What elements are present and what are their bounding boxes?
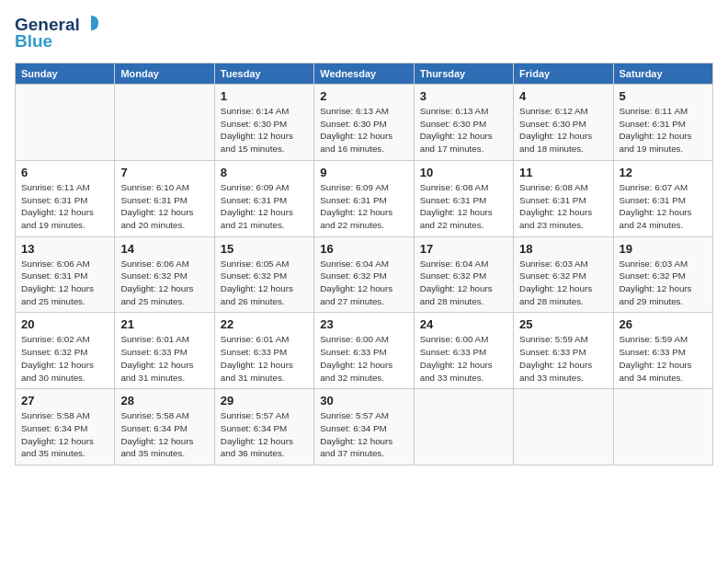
calendar-cell: 14Sunrise: 6:06 AM Sunset: 6:32 PM Dayli… [115,236,214,313]
day-detail: Sunrise: 6:06 AM Sunset: 6:32 PM Dayligh… [120,259,193,306]
calendar-cell: 3Sunrise: 6:13 AM Sunset: 6:30 PM Daylig… [414,85,513,161]
calendar-cell: 12Sunrise: 6:07 AM Sunset: 6:31 PM Dayli… [613,160,712,236]
day-detail: Sunrise: 6:12 AM Sunset: 6:30 PM Dayligh… [519,106,592,154]
calendar-week-row: 20Sunrise: 6:02 AM Sunset: 6:32 PM Dayli… [16,313,713,389]
day-number: 18 [519,242,607,256]
day-number: 19 [620,242,707,256]
calendar-cell: 2Sunrise: 6:13 AM Sunset: 6:30 PM Daylig… [314,85,414,161]
col-header-monday: Monday [115,63,214,85]
day-detail: Sunrise: 6:03 AM Sunset: 6:32 PM Dayligh… [620,259,692,306]
calendar-cell [514,389,613,465]
calendar-cell: 21Sunrise: 6:01 AM Sunset: 6:33 PM Dayli… [115,313,214,389]
day-number: 10 [420,166,507,179]
day-detail: Sunrise: 5:57 AM Sunset: 6:34 PM Dayligh… [221,410,293,458]
calendar-cell: 6Sunrise: 6:11 AM Sunset: 6:31 PM Daylig… [16,160,115,236]
calendar-table: SundayMondayTuesdayWednesdayThursdayFrid… [15,63,713,465]
calendar-cell: 24Sunrise: 6:00 AM Sunset: 6:33 PM Dayli… [414,313,513,389]
logo: General Blue [15,15,100,52]
day-detail: Sunrise: 6:04 AM Sunset: 6:32 PM Dayligh… [320,259,392,306]
calendar-cell: 5Sunrise: 6:11 AM Sunset: 6:31 PM Daylig… [613,85,712,161]
day-detail: Sunrise: 6:01 AM Sunset: 6:33 PM Dayligh… [221,334,293,382]
day-number: 30 [320,394,407,408]
day-number: 13 [21,242,108,256]
day-detail: Sunrise: 6:06 AM Sunset: 6:31 PM Dayligh… [21,259,94,306]
day-number: 5 [620,89,707,103]
calendar-cell: 22Sunrise: 6:01 AM Sunset: 6:33 PM Dayli… [214,313,313,389]
day-detail: Sunrise: 6:14 AM Sunset: 6:30 PM Dayligh… [221,106,293,154]
calendar-cell [16,85,115,161]
day-detail: Sunrise: 6:00 AM Sunset: 6:33 PM Dayligh… [320,334,392,382]
calendar-cell: 11Sunrise: 6:08 AM Sunset: 6:31 PM Dayli… [514,160,613,236]
day-detail: Sunrise: 6:08 AM Sunset: 6:31 PM Dayligh… [519,182,592,230]
day-number: 3 [420,89,507,103]
day-detail: Sunrise: 6:04 AM Sunset: 6:32 PM Dayligh… [420,259,493,306]
calendar-cell [613,389,712,465]
day-number: 27 [21,394,108,408]
day-number: 14 [120,242,208,256]
calendar-cell: 27Sunrise: 5:58 AM Sunset: 6:34 PM Dayli… [16,389,115,465]
calendar-cell: 10Sunrise: 6:08 AM Sunset: 6:31 PM Dayli… [414,160,513,236]
day-detail: Sunrise: 6:08 AM Sunset: 6:31 PM Dayligh… [420,182,493,230]
day-number: 4 [519,89,607,103]
day-detail: Sunrise: 6:01 AM Sunset: 6:33 PM Dayligh… [120,334,193,382]
calendar-cell [414,389,513,465]
day-number: 11 [519,166,607,179]
day-detail: Sunrise: 6:09 AM Sunset: 6:31 PM Dayligh… [320,182,392,230]
day-detail: Sunrise: 5:59 AM Sunset: 6:33 PM Dayligh… [620,334,692,382]
day-detail: Sunrise: 6:05 AM Sunset: 6:32 PM Dayligh… [221,259,293,306]
logo-icon [82,14,100,32]
day-number: 17 [420,242,507,256]
calendar-cell: 25Sunrise: 5:59 AM Sunset: 6:33 PM Dayli… [514,313,613,389]
calendar-cell: 13Sunrise: 6:06 AM Sunset: 6:31 PM Dayli… [16,236,115,313]
calendar-cell: 9Sunrise: 6:09 AM Sunset: 6:31 PM Daylig… [314,160,414,236]
col-header-sunday: Sunday [16,63,115,85]
day-detail: Sunrise: 6:13 AM Sunset: 6:30 PM Dayligh… [420,106,493,154]
day-number: 26 [620,317,707,331]
day-number: 24 [420,317,507,331]
calendar-cell: 17Sunrise: 6:04 AM Sunset: 6:32 PM Dayli… [414,236,513,313]
calendar-header-row: SundayMondayTuesdayWednesdayThursdayFrid… [16,63,713,85]
day-number: 2 [320,89,407,103]
day-detail: Sunrise: 5:57 AM Sunset: 6:34 PM Dayligh… [320,410,392,458]
calendar-cell: 19Sunrise: 6:03 AM Sunset: 6:32 PM Dayli… [613,236,712,313]
day-detail: Sunrise: 6:00 AM Sunset: 6:33 PM Dayligh… [420,334,493,382]
day-detail: Sunrise: 6:10 AM Sunset: 6:31 PM Dayligh… [120,182,193,230]
day-number: 28 [120,394,208,408]
day-number: 23 [320,317,407,331]
calendar-cell: 16Sunrise: 6:04 AM Sunset: 6:32 PM Dayli… [314,236,414,313]
calendar-week-row: 1Sunrise: 6:14 AM Sunset: 6:30 PM Daylig… [16,85,713,161]
day-number: 29 [221,394,308,408]
calendar-week-row: 6Sunrise: 6:11 AM Sunset: 6:31 PM Daylig… [16,160,713,236]
calendar-cell: 29Sunrise: 5:57 AM Sunset: 6:34 PM Dayli… [214,389,313,465]
col-header-tuesday: Tuesday [214,63,313,85]
day-detail: Sunrise: 6:11 AM Sunset: 6:31 PM Dayligh… [620,106,692,154]
calendar-cell [115,85,214,161]
day-number: 7 [120,166,208,179]
col-header-wednesday: Wednesday [314,63,414,85]
day-detail: Sunrise: 6:09 AM Sunset: 6:31 PM Dayligh… [221,182,293,230]
day-detail: Sunrise: 6:11 AM Sunset: 6:31 PM Dayligh… [21,182,94,230]
day-number: 9 [320,166,407,179]
day-number: 16 [320,242,407,256]
calendar-cell: 23Sunrise: 6:00 AM Sunset: 6:33 PM Dayli… [314,313,414,389]
calendar-cell: 30Sunrise: 5:57 AM Sunset: 6:34 PM Dayli… [314,389,414,465]
day-number: 22 [221,317,308,331]
day-detail: Sunrise: 6:03 AM Sunset: 6:32 PM Dayligh… [519,259,592,306]
calendar-cell: 7Sunrise: 6:10 AM Sunset: 6:31 PM Daylig… [115,160,214,236]
calendar-cell: 8Sunrise: 6:09 AM Sunset: 6:31 PM Daylig… [214,160,313,236]
day-number: 6 [21,166,108,179]
day-detail: Sunrise: 6:07 AM Sunset: 6:31 PM Dayligh… [620,182,692,230]
calendar-week-row: 27Sunrise: 5:58 AM Sunset: 6:34 PM Dayli… [16,389,713,465]
day-number: 25 [519,317,607,331]
calendar-cell: 18Sunrise: 6:03 AM Sunset: 6:32 PM Dayli… [514,236,613,313]
day-number: 8 [221,166,308,179]
calendar-cell: 4Sunrise: 6:12 AM Sunset: 6:30 PM Daylig… [514,85,613,161]
day-detail: Sunrise: 6:13 AM Sunset: 6:30 PM Dayligh… [320,106,392,154]
calendar-cell: 15Sunrise: 6:05 AM Sunset: 6:32 PM Dayli… [214,236,313,313]
calendar-cell: 1Sunrise: 6:14 AM Sunset: 6:30 PM Daylig… [214,85,313,161]
day-number: 1 [221,89,308,103]
col-header-thursday: Thursday [414,63,513,85]
col-header-saturday: Saturday [613,63,712,85]
page-header: General Blue [15,15,713,52]
day-number: 15 [221,242,308,256]
